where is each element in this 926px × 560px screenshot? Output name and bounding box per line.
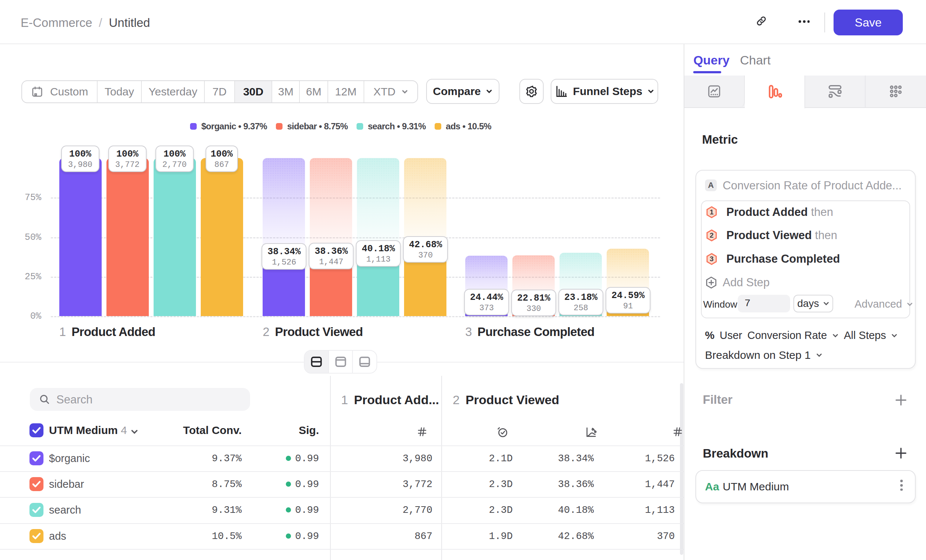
svg-text:3: 3: [710, 255, 714, 263]
svg-text:1: 1: [710, 208, 714, 216]
svg-text:2: 2: [710, 232, 714, 239]
